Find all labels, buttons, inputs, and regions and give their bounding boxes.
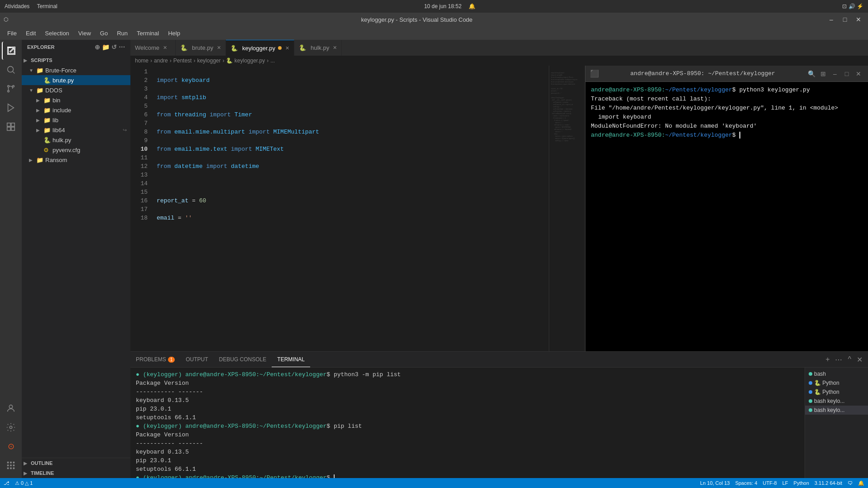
activity-apps[interactable]	[2, 456, 20, 474]
bc-andre[interactable]: andre	[154, 57, 168, 64]
tree-lib[interactable]: ▶ 📁 lib	[22, 115, 130, 125]
new-folder-icon[interactable]: 📁	[102, 43, 110, 51]
svg-point-13	[10, 426, 12, 429]
tree-ddos[interactable]: ▼ 📁 DDOS	[22, 85, 130, 95]
bc-keylogger-file[interactable]: 🐍 keylogger.py	[226, 57, 265, 64]
tree-hulk-py[interactable]: 🐍 hulk.py	[22, 135, 130, 145]
menu-view[interactable]: View	[75, 28, 95, 38]
bc-pentest[interactable]: Pentest	[173, 57, 192, 64]
ft-search-btn[interactable]: 🔍	[806, 69, 816, 79]
panel-tab-debug[interactable]: DEBUG CONSOLE	[214, 352, 272, 367]
problems-badge: 1	[168, 357, 175, 363]
timeline-section[interactable]: ▶ TIMELINE	[22, 468, 130, 478]
svg-point-5	[8, 91, 10, 92]
tab-brute-close[interactable]: ✕	[217, 45, 221, 51]
terminal-label[interactable]: Terminal	[37, 3, 57, 10]
activity-search[interactable]	[2, 61, 20, 79]
errors-status[interactable]: ⚠ 0 △ 1	[15, 480, 33, 486]
close-button[interactable]: ✕	[853, 14, 864, 24]
ft-minimize-btn[interactable]: –	[830, 69, 840, 79]
bc-home[interactable]: home	[135, 57, 149, 64]
tab-welcome[interactable]: Welcome ✕	[130, 40, 176, 56]
code-editor[interactable]: 12345 6789 10 1112131415 1617181920 2122…	[130, 66, 549, 220]
language-status[interactable]: Python	[794, 480, 809, 486]
spaces-status[interactable]: Spaces: 4	[735, 480, 758, 486]
menu-go[interactable]: Go	[96, 28, 111, 38]
term-list-bash1[interactable]: bash	[805, 369, 868, 378]
term-list-python2[interactable]: 🐍 Python	[805, 388, 868, 397]
tab-welcome-close[interactable]: ✕	[163, 45, 167, 51]
tree-ransom[interactable]: ▶ 📁 Ransom	[22, 155, 130, 165]
restore-button[interactable]: □	[839, 14, 851, 24]
scripts-section[interactable]: ▶ SCRIPTS	[22, 55, 130, 65]
activity-ubuntu[interactable]: ⊙	[2, 437, 20, 455]
svg-rect-9	[11, 123, 14, 126]
tab-hulk[interactable]: 🐍 hulk.py ✕	[294, 40, 342, 56]
status-bar: ⎇ ⚠ 0 △ 1 Ln 10, Col 13 Spaces: 4 UTF-8 …	[0, 478, 868, 488]
new-file-icon[interactable]: ⊕	[95, 43, 100, 51]
term-list-python1[interactable]: 🐍 Python	[805, 378, 868, 388]
tab-brute-icon: 🐍	[180, 44, 187, 51]
code-content[interactable]: import keyboard import smtplib from thre…	[153, 66, 549, 220]
panel-add-btn[interactable]: +	[824, 355, 831, 364]
bc-ellipsis[interactable]: ...	[270, 57, 275, 64]
bc-keylogger-dir[interactable]: keylogger	[197, 57, 221, 64]
tab-brute[interactable]: 🐍 brute.py ✕	[176, 40, 226, 56]
ln-col-status[interactable]: Ln 10, Col 13	[700, 480, 729, 486]
tree-lib64[interactable]: ▶ 📁 lib64 ↪	[22, 125, 130, 135]
split-layout: 12345 6789 10 1112131415 1617181920 2122…	[130, 66, 868, 351]
activity-accounts[interactable]	[2, 399, 20, 417]
ft-close-btn[interactable]: ✕	[854, 69, 863, 79]
version-status[interactable]: 3.11.2 64-bit	[815, 480, 842, 486]
tab-hulk-close[interactable]: ✕	[333, 45, 337, 51]
term-line-header2: Package Version	[136, 431, 799, 439]
activity-explorer[interactable]	[2, 42, 20, 60]
tree-include[interactable]: ▶ 📁 include	[22, 105, 130, 115]
ft-line-3: File "/home/andre/Pentest/keylogger/keyl…	[591, 104, 863, 113]
panel-close-btn[interactable]: ✕	[855, 355, 864, 364]
tab-keylogger-icon: 🐍	[230, 45, 238, 52]
activity-run[interactable]	[2, 99, 20, 117]
menu-run[interactable]: Run	[113, 28, 131, 38]
activity-settings[interactable]	[2, 418, 20, 436]
line-ending-status[interactable]: LF	[782, 480, 788, 486]
refresh-icon[interactable]: ↺	[111, 43, 117, 51]
panel-up-btn[interactable]: ^	[846, 355, 853, 364]
activities-label[interactable]: Atividades	[5, 3, 29, 10]
encoding-status[interactable]: UTF-8	[763, 480, 777, 486]
outline-section[interactable]: ▶ OUTLINE	[22, 458, 130, 468]
tab-keylogger-close[interactable]: ✕	[285, 45, 289, 51]
menu-edit[interactable]: Edit	[22, 28, 39, 38]
ft-maximize-btn[interactable]: □	[842, 69, 852, 79]
notification-icon: 🔔	[858, 480, 864, 486]
term-list-bash3[interactable]: bash keylo...	[805, 406, 868, 415]
ft-split-btn[interactable]: ⊞	[818, 69, 828, 79]
term-line-header: Package Version	[136, 379, 799, 388]
terminal-content[interactable]: ● (keylogger) andre@andre-XPS-8950:~/Pen…	[130, 368, 805, 478]
tree-bin[interactable]: ▶ 📁 bin	[22, 95, 130, 105]
activity-extensions[interactable]	[2, 118, 20, 136]
app-icon: ⬡	[4, 16, 8, 23]
tab-keylogger[interactable]: 🐍 keylogger.py ✕	[226, 40, 294, 56]
panel-more-btn[interactable]: ⋯	[833, 355, 844, 364]
term-list-bash2[interactable]: bash keylo...	[805, 397, 868, 406]
minimize-button[interactable]: –	[825, 14, 837, 24]
tree-brute-force[interactable]: ▼ 📁 Brute-Force	[22, 65, 130, 75]
window-title: keylogger.py - Scripts - Visual Studio C…	[8, 16, 825, 23]
bell-icon: 🔔	[469, 3, 475, 10]
panel-tab-output[interactable]: OUTPUT	[180, 352, 213, 367]
debug-label: DEBUG CONSOLE	[219, 356, 267, 363]
collapse-icon[interactable]: ⋯	[119, 43, 125, 51]
menu-file[interactable]: File	[4, 28, 20, 38]
panel-tab-terminal[interactable]: TERMINAL	[272, 352, 310, 367]
activity-source-control[interactable]	[2, 80, 20, 98]
menu-help[interactable]: Help	[164, 28, 184, 38]
menu-selection[interactable]: Selection	[41, 28, 72, 38]
menu-terminal[interactable]: Terminal	[133, 28, 163, 38]
datetime-label: 10 de jun 18:52	[424, 3, 462, 10]
term-line-3: ● (keylogger) andre@andre-XPS-8950:~/Pen…	[136, 474, 799, 478]
tree-pyvenv[interactable]: ⚙ pyvenv.cfg	[22, 145, 130, 155]
panel-tab-problems[interactable]: PROBLEMS 1	[130, 352, 180, 367]
tree-brute-py[interactable]: 🐍 brute.py	[22, 75, 130, 85]
window-controls[interactable]: – □ ✕	[825, 14, 864, 24]
